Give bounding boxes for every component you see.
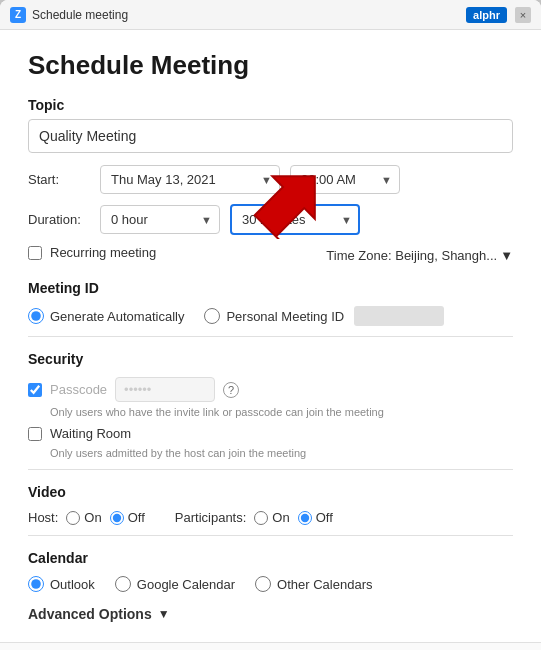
duration-hours-select[interactable]: 0 hour: [100, 205, 220, 234]
advanced-options-chevron-icon: ▼: [158, 607, 170, 621]
start-date-wrapper: Thu May 13, 2021 ▼: [100, 165, 280, 194]
personal-id-label: Personal Meeting ID: [226, 309, 344, 324]
duration-row: Duration: 0 hour ▼ 30 minutes ▼: [28, 204, 513, 235]
divider-1: [28, 336, 513, 337]
google-calendar-option: Google Calendar: [115, 576, 235, 592]
recurring-checkbox-row: Recurring meeting: [28, 245, 156, 260]
duration-minutes-wrapper: 30 minutes ▼: [230, 204, 360, 235]
google-calendar-label: Google Calendar: [137, 577, 235, 592]
host-off-option: Off: [110, 510, 145, 525]
participants-off-label: Off: [316, 510, 333, 525]
outlook-radio[interactable]: [28, 576, 44, 592]
divider-2: [28, 469, 513, 470]
recurring-row: Recurring meeting Time Zone: Beijing, Sh…: [28, 245, 513, 266]
passcode-input[interactable]: [115, 377, 215, 402]
advanced-options-row[interactable]: Advanced Options ▼: [28, 606, 513, 622]
outlook-option: Outlook: [28, 576, 95, 592]
waiting-room-label: Waiting Room: [50, 426, 131, 441]
passcode-help-icon[interactable]: ?: [223, 382, 239, 398]
passcode-checkbox[interactable]: [28, 383, 42, 397]
participants-on-option: On: [254, 510, 289, 525]
generate-auto-radio[interactable]: [28, 308, 44, 324]
other-calendars-radio[interactable]: [255, 576, 271, 592]
footer: Save Cancel: [0, 642, 541, 650]
google-calendar-radio[interactable]: [115, 576, 131, 592]
video-heading: Video: [28, 484, 513, 500]
passcode-row: Passcode ?: [28, 377, 513, 402]
divider-3: [28, 535, 513, 536]
host-off-radio[interactable]: [110, 511, 124, 525]
outlook-label: Outlook: [50, 577, 95, 592]
personal-id-radio[interactable]: [204, 308, 220, 324]
participants-on-label: On: [272, 510, 289, 525]
form-content: Schedule Meeting Topic Start: Thu May 13…: [0, 30, 541, 642]
recurring-checkbox[interactable]: [28, 246, 42, 260]
main-window: Z Schedule meeting alphr × Schedule Meet…: [0, 0, 541, 650]
topic-section: Topic: [28, 97, 513, 153]
waiting-room-hint: Only users admitted by the host can join…: [50, 447, 513, 459]
host-off-label: Off: [128, 510, 145, 525]
start-label: Start:: [28, 172, 90, 187]
titlebar-left: Z Schedule meeting: [10, 7, 128, 23]
timezone-label: Time Zone: Beijing, Shangh...: [326, 248, 497, 263]
personal-id-option: Personal Meeting ID: [204, 306, 444, 326]
start-date-select[interactable]: Thu May 13, 2021: [100, 165, 280, 194]
topic-input[interactable]: [28, 119, 513, 153]
timezone-text: Time Zone: Beijing, Shangh... ▼: [326, 248, 513, 263]
generate-auto-option: Generate Automatically: [28, 308, 184, 324]
host-label: Host:: [28, 510, 58, 525]
duration-label: Duration:: [28, 212, 90, 227]
timezone-chevron-icon[interactable]: ▼: [500, 248, 513, 263]
video-row: Host: On Off Participants: On O: [28, 510, 513, 525]
duration-hours-wrapper: 0 hour ▼: [100, 205, 220, 234]
personal-id-value: [354, 306, 444, 326]
titlebar: Z Schedule meeting alphr ×: [0, 0, 541, 30]
duration-minutes-select[interactable]: 30 minutes: [230, 204, 360, 235]
start-time-wrapper: 09:00 AM ▼: [290, 165, 400, 194]
meeting-id-radio-group: Generate Automatically Personal Meeting …: [28, 306, 513, 326]
waiting-room-row: Waiting Room: [28, 426, 513, 441]
security-heading: Security: [28, 351, 513, 367]
host-on-radio[interactable]: [66, 511, 80, 525]
zoom-icon: Z: [10, 7, 26, 23]
participants-off-option: Off: [298, 510, 333, 525]
waiting-room-checkbox[interactable]: [28, 427, 42, 441]
participants-video-group: Participants: On Off: [175, 510, 333, 525]
host-on-label: On: [84, 510, 101, 525]
calendar-heading: Calendar: [28, 550, 513, 566]
brand-logo: alphr: [466, 7, 507, 23]
topic-label: Topic: [28, 97, 513, 113]
participants-on-radio[interactable]: [254, 511, 268, 525]
other-calendars-option: Other Calendars: [255, 576, 372, 592]
other-calendars-label: Other Calendars: [277, 577, 372, 592]
advanced-options-label: Advanced Options: [28, 606, 152, 622]
passcode-label: Passcode: [50, 382, 107, 397]
close-button[interactable]: ×: [515, 7, 531, 23]
participants-label: Participants:: [175, 510, 247, 525]
start-row: Start: Thu May 13, 2021 ▼ 09:00 AM ▼: [28, 165, 513, 194]
titlebar-title: Schedule meeting: [32, 8, 128, 22]
start-time-select[interactable]: 09:00 AM: [290, 165, 400, 194]
host-on-option: On: [66, 510, 101, 525]
passcode-hint: Only users who have the invite link or p…: [50, 406, 513, 418]
recurring-label: Recurring meeting: [50, 245, 156, 260]
participants-off-radio[interactable]: [298, 511, 312, 525]
meeting-id-heading: Meeting ID: [28, 280, 513, 296]
generate-auto-label: Generate Automatically: [50, 309, 184, 324]
calendar-row: Outlook Google Calendar Other Calendars: [28, 576, 513, 592]
host-video-group: Host: On Off: [28, 510, 145, 525]
page-title: Schedule Meeting: [28, 50, 513, 81]
